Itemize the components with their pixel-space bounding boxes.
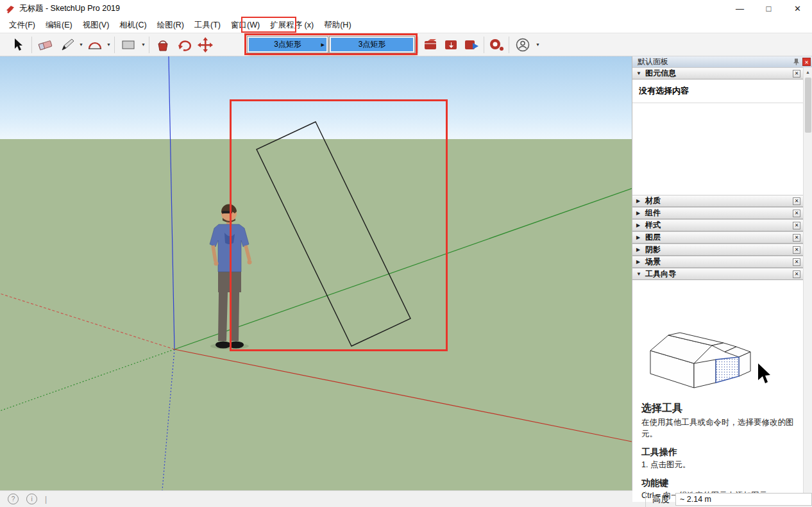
info-icon[interactable]: i <box>26 494 37 504</box>
window-controls: — □ ✕ <box>725 0 812 17</box>
section-styles[interactable]: ▶ 样式 ✕ <box>632 219 803 231</box>
measurement-input[interactable]: ~ 2.14 m <box>675 493 812 506</box>
section-close-button[interactable]: ✕ <box>793 197 800 205</box>
section-close-button[interactable]: ✕ <box>793 258 800 266</box>
expand-arrow-icon[interactable]: ▼ <box>636 71 645 76</box>
menu-file[interactable]: 文件(F) <box>4 17 40 33</box>
section-close-button[interactable]: ✕ <box>793 210 800 217</box>
instructor-operations-heading: 工具操作 <box>641 447 803 458</box>
menu-edit[interactable]: 编辑(E) <box>40 17 78 33</box>
toolbar-separator <box>149 37 149 53</box>
scroll-up-icon[interactable]: ▲ <box>804 67 812 77</box>
maximize-button[interactable]: □ <box>754 0 783 17</box>
submenu-item-3point-rectangle[interactable]: 3点矩形 <box>331 38 413 51</box>
menu-tools[interactable]: 工具(T) <box>189 17 226 33</box>
sky <box>0 56 632 139</box>
section-close-button[interactable]: ✕ <box>793 270 800 278</box>
pin-icon[interactable] <box>791 58 800 67</box>
collapse-arrow-icon[interactable]: ▶ <box>636 210 645 216</box>
section-label: 组件 <box>645 208 793 219</box>
section-close-button[interactable]: ✕ <box>793 246 800 254</box>
sketchup-window: 无标题 - SketchUp Pro 2019 — □ ✕ 文件(F) 编辑(E… <box>0 0 812 507</box>
menu-view[interactable]: 视图(V) <box>78 17 115 33</box>
collapse-arrow-icon[interactable]: ▶ <box>636 259 645 265</box>
section-materials[interactable]: ▶ 材质 ✕ <box>632 195 803 207</box>
section-close-button[interactable]: ✕ <box>793 70 800 78</box>
line-tool-caret-icon[interactable]: ▼ <box>78 42 85 47</box>
menu-window[interactable]: 窗口(W) <box>226 17 265 33</box>
modeling-viewport[interactable] <box>0 56 632 490</box>
minimize-button[interactable]: — <box>725 0 754 17</box>
collapse-arrow-icon[interactable]: ▶ <box>636 198 645 204</box>
tray-close-button[interactable]: ✕ <box>802 58 811 66</box>
instructor-body: 选择工具 在使用其他工具或命令时，选择要修改的图元。 工具操作 1. 点击图元。… <box>632 280 803 502</box>
instructor-illustration <box>632 280 803 397</box>
entity-info-message: 没有选择内容 <box>632 79 803 103</box>
extension-warehouse-icon[interactable] <box>486 35 507 54</box>
toolbar-separator <box>509 37 509 53</box>
close-button[interactable]: ✕ <box>783 0 812 17</box>
instructor-heading: 选择工具 <box>641 402 803 415</box>
cursor-arrow-icon <box>758 363 770 383</box>
instructor-operations-step: 1. 点击图元。 <box>641 459 794 470</box>
section-close-button[interactable]: ✕ <box>793 222 800 229</box>
move-tool-icon[interactable] <box>195 35 216 54</box>
rectangle-tool-caret-icon[interactable]: ▼ <box>140 42 147 47</box>
extensions-submenu: 3点矩形 <box>329 36 415 53</box>
section-entity-info[interactable]: ▼ 图元信息 ✕ <box>632 67 803 79</box>
toolbar-separator <box>31 37 32 53</box>
share-model-icon[interactable] <box>461 35 482 54</box>
expand-arrow-icon[interactable]: ▼ <box>636 271 645 277</box>
scrollbar-thumb[interactable] <box>805 78 811 133</box>
section-close-button[interactable]: ✕ <box>793 234 800 242</box>
section-label: 阴影 <box>645 244 793 255</box>
section-layers[interactable]: ▶ 图层 ✕ <box>632 231 803 244</box>
panel-scrollbar[interactable]: ▲ ▼ <box>803 67 812 502</box>
select-tool-icon[interactable] <box>6 35 30 54</box>
menu-extensions[interactable]: 扩展程序 (x) <box>265 17 319 33</box>
section-components[interactable]: ▶ 组件 ✕ <box>632 207 803 219</box>
paint-bucket-tool-icon[interactable] <box>151 35 174 54</box>
account-icon[interactable] <box>511 35 534 54</box>
submenu-arrow-icon: ▸ <box>321 38 325 51</box>
rectangle-tool-icon[interactable] <box>117 35 140 54</box>
section-label: 图层 <box>645 232 793 243</box>
section-label: 工具向导 <box>645 269 793 279</box>
rotate-tool-icon[interactable] <box>174 35 195 54</box>
menu-camera[interactable]: 相机(C) <box>114 17 151 33</box>
section-label: 场景 <box>645 256 793 267</box>
tray-content: ▼ 图元信息 ✕ 没有选择内容 ▶ 材质 ✕ ▶ 组件 <box>632 67 803 502</box>
measurement-label: 高度 <box>652 494 670 505</box>
status-bar: ? i | 高度 ~ 2.14 m <box>0 490 812 507</box>
section-shadows[interactable]: ▶ 阴影 ✕ <box>632 244 803 256</box>
title-bar: 无标题 - SketchUp Pro 2019 — □ ✕ <box>0 0 812 17</box>
menu-item-3point-rectangle[interactable]: 3点矩形 ▸ <box>249 38 326 51</box>
instructor-keys-heading: 功能键 <box>641 478 803 489</box>
tray-title: 默认面板 <box>638 56 791 67</box>
line-tool-icon[interactable] <box>57 35 78 54</box>
collapse-arrow-icon[interactable]: ▶ <box>636 222 645 228</box>
eraser-tool-icon[interactable] <box>34 35 57 54</box>
help-icon[interactable]: ? <box>8 494 19 504</box>
section-label: 图元信息 <box>645 68 793 79</box>
collapse-arrow-icon[interactable]: ▶ <box>636 247 645 253</box>
menu-draw[interactable]: 绘图(R) <box>152 17 189 33</box>
section-label: 材质 <box>645 195 793 206</box>
default-tray-panel: 默认面板 ✕ ▼ 图元信息 ✕ 没有选择内容 <box>632 56 812 490</box>
collapse-arrow-icon[interactable]: ▶ <box>636 235 645 240</box>
instructor-description: 在使用其他工具或命令时，选择要修改的图元。 <box>641 417 794 440</box>
arc-tool-icon[interactable] <box>85 35 105 54</box>
get-models-icon[interactable] <box>441 35 461 54</box>
entity-info-body: 没有选择内容 <box>632 79 803 195</box>
ground <box>0 139 632 490</box>
tray-body: ▼ 图元信息 ✕ 没有选择内容 ▶ 材质 ✕ ▶ 组件 <box>632 67 812 502</box>
arc-tool-caret-icon[interactable]: ▼ <box>105 42 112 47</box>
main-area: 默认面板 ✕ ▼ 图元信息 ✕ 没有选择内容 <box>0 56 812 490</box>
menu-help[interactable]: 帮助(H) <box>319 17 356 33</box>
section-instructor[interactable]: ▼ 工具向导 ✕ <box>632 268 803 280</box>
section-scenes[interactable]: ▶ 场景 ✕ <box>632 256 803 268</box>
account-caret-icon[interactable]: ▼ <box>534 42 541 47</box>
sketchup-logo-icon <box>5 4 15 14</box>
3d-warehouse-icon[interactable] <box>420 35 441 54</box>
menu-bar: 文件(F) 编辑(E) 视图(V) 相机(C) 绘图(R) 工具(T) 窗口(W… <box>0 17 812 33</box>
